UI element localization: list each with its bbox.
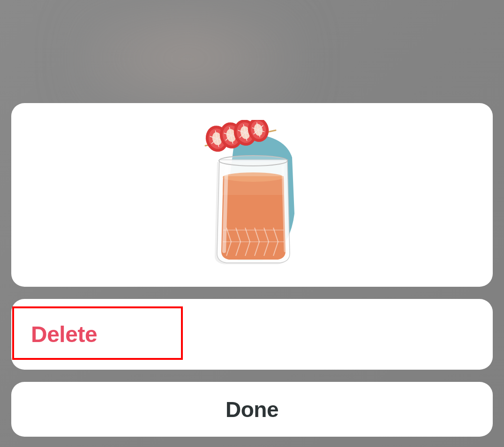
backdrop-blur (70, 0, 305, 117)
svg-point-2 (219, 156, 287, 166)
preview-card (11, 103, 493, 287)
done-button[interactable]: Done (226, 397, 278, 422)
done-card[interactable]: Done (11, 382, 493, 437)
delete-button[interactable]: Delete (11, 321, 97, 347)
delete-card[interactable]: Delete (11, 299, 493, 370)
drink-image (191, 120, 313, 270)
svg-point-0 (223, 172, 284, 182)
action-sheet: Delete Done (11, 103, 493, 437)
